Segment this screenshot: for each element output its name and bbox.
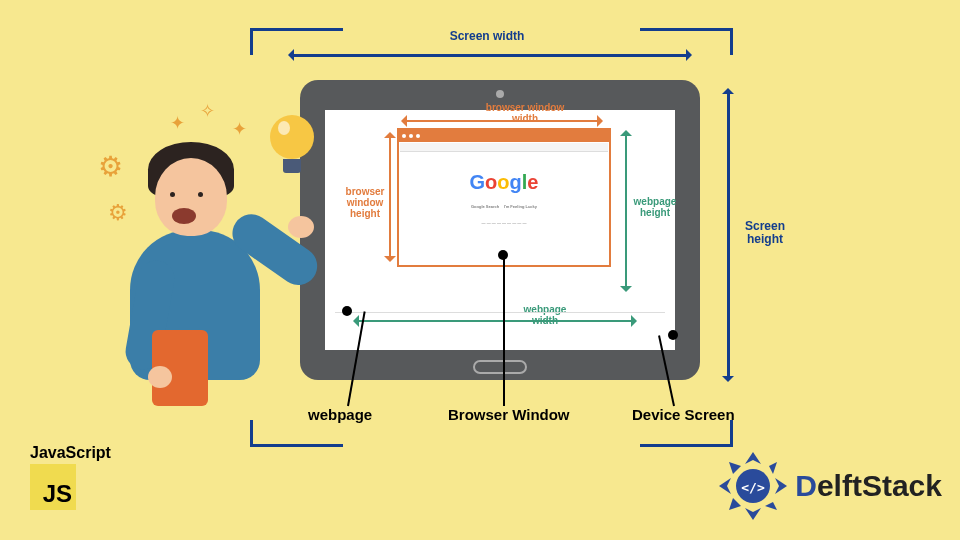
webpage-height-arrow — [625, 132, 627, 290]
screen-height-label: Screen height — [737, 220, 793, 246]
sparkle-icon: ✦ — [170, 112, 185, 134]
delftstack-brand: </> DelftStack — [717, 450, 942, 522]
browser-window-label: Browser Window — [448, 406, 570, 423]
delftstack-logo-icon: </> — [717, 450, 789, 522]
svg-marker-7 — [729, 462, 741, 474]
browser-window: Google Google Search I'm Feeling Lucky —… — [397, 128, 611, 267]
webpage-dot — [342, 306, 352, 316]
browser-title-bar — [399, 130, 609, 142]
screen-width-label: Screen width — [447, 30, 527, 43]
lang-row: — — — — — — — — — — [399, 220, 609, 226]
address-bar — [400, 143, 608, 152]
webpage-footer — [335, 312, 665, 322]
sparkle-icon: ✦ — [232, 118, 247, 140]
outer-frame-top-left — [250, 28, 343, 55]
browser-content: Google Google Search I'm Feeling Lucky —… — [399, 153, 609, 227]
lightbulb-icon — [270, 115, 314, 173]
browser-height-label: browser window height — [341, 186, 389, 219]
browser-width-label: browser window width — [475, 102, 575, 124]
svg-text:</>: </> — [742, 480, 766, 495]
browser-height-arrow — [389, 134, 391, 260]
webpage-height-label: webpage height — [630, 196, 680, 218]
svg-marker-1 — [775, 478, 787, 494]
device-dot — [668, 330, 678, 340]
svg-marker-2 — [745, 508, 761, 520]
javascript-badge: JavaScript JS — [30, 444, 111, 510]
outer-frame-bottom-right — [640, 420, 733, 447]
js-title: JavaScript — [30, 444, 111, 462]
screen-width-arrow — [290, 54, 690, 57]
svg-marker-4 — [769, 462, 777, 474]
gear-icon: ⚙ — [98, 150, 123, 183]
delftstack-text: DelftStack — [795, 469, 942, 503]
svg-marker-6 — [729, 498, 741, 510]
svg-marker-3 — [719, 478, 731, 494]
js-logo: JS — [30, 464, 76, 510]
svg-marker-5 — [765, 502, 777, 510]
screen-height-arrow — [727, 90, 730, 380]
svg-marker-0 — [745, 452, 761, 464]
lucky-link: I'm Feeling Lucky — [504, 204, 537, 209]
sparkle-icon: ✧ — [200, 100, 215, 122]
gear-icon: ⚙ — [108, 200, 128, 226]
device-screen-label: Device Screen — [632, 406, 735, 423]
outer-frame-bottom-left — [250, 420, 343, 447]
webpage-label: webpage — [308, 406, 372, 423]
tablet-screen: Google Google Search I'm Feeling Lucky —… — [325, 110, 675, 350]
search-link: Google Search — [471, 204, 499, 209]
browser-pointer — [503, 254, 505, 406]
